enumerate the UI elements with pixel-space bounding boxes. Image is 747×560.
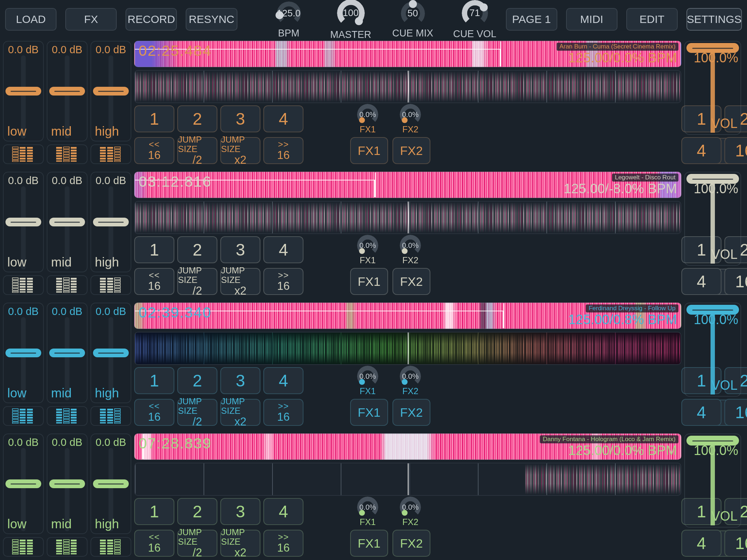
loop-16b-button[interactable]: 16 (724, 530, 747, 557)
fx2-knob[interactable]: 0.0% (400, 235, 421, 256)
fx-button[interactable]: FX (65, 8, 117, 31)
jump-size-double-button[interactable]: JUMP SIZE x2 (220, 530, 260, 557)
eq-high-fader[interactable]: 0.0 dB high (90, 172, 131, 272)
hotcue-4-button[interactable]: 4 (263, 105, 303, 132)
eq-mid-fader-handle[interactable] (49, 349, 85, 357)
eq-low-fader[interactable]: 0.0 dB low (3, 172, 44, 272)
fx1-button[interactable]: FX1 (350, 399, 388, 426)
overview-waveform[interactable]: 03:12.816 Legowelt - Disco Rout 22.2.2 1… (134, 172, 681, 198)
jump-forward-button[interactable]: >> 16 (263, 137, 303, 164)
loop-4-button[interactable]: 4 (681, 399, 721, 426)
volume-fader[interactable]: 100.0% VOL (684, 172, 741, 266)
master-knob[interactable]: 100 (337, 0, 365, 27)
jump-size-double-button[interactable]: JUMP SIZE x2 (220, 268, 260, 295)
eq-mid-pattern-pad[interactable] (47, 275, 88, 295)
eq-high-pattern-pad[interactable] (90, 406, 131, 426)
jump-back-button[interactable]: << 16 (134, 399, 174, 426)
hotcue-3-button[interactable]: 3 (220, 236, 260, 263)
detail-waveform[interactable] (134, 201, 681, 234)
overview-waveform[interactable]: 07:28.839 Danny Fontana - Hologram (Loco… (134, 433, 681, 460)
eq-high-fader[interactable]: 0.0 dB high (90, 303, 131, 403)
eq-high-pattern-pad[interactable] (90, 537, 131, 557)
volume-fader[interactable]: 100.0% VOL (684, 433, 741, 528)
hotcue-4-button[interactable]: 4 (263, 236, 303, 263)
jump-size-half-button[interactable]: JUMP SIZE /2 (177, 137, 217, 164)
fx2-button[interactable]: FX2 (392, 530, 430, 557)
eq-high-fader-handle[interactable] (93, 349, 129, 357)
hotcue-3-button[interactable]: 3 (220, 367, 260, 394)
eq-low-fader[interactable]: 0.0 dB low (3, 433, 44, 534)
fx2-button[interactable]: FX2 (392, 268, 430, 295)
fx1-button[interactable]: FX1 (350, 268, 388, 295)
overview-waveform[interactable]: 02:25.484 Aran Burn - Cuma (Secret Cinem… (134, 41, 681, 67)
eq-high-fader-handle[interactable] (93, 87, 129, 96)
volume-fader[interactable]: 100.0% VOL (684, 303, 741, 397)
hotcue-2-button[interactable]: 2 (177, 236, 217, 263)
fx2-button[interactable]: FX2 (392, 137, 430, 164)
eq-mid-fader[interactable]: 0.0 dB mid (47, 172, 88, 272)
jump-back-button[interactable]: << 16 (134, 530, 174, 557)
eq-mid-fader-handle[interactable] (49, 479, 85, 488)
hotcue-2-button[interactable]: 2 (177, 498, 217, 525)
jump-back-button[interactable]: << 16 (134, 268, 174, 295)
jump-forward-button[interactable]: >> 16 (263, 530, 303, 557)
eq-high-fader-handle[interactable] (93, 479, 129, 488)
eq-low-pattern-pad[interactable] (3, 144, 44, 164)
eq-low-fader-handle[interactable] (5, 87, 41, 96)
fx2-knob[interactable]: 0.0% (400, 366, 421, 387)
eq-low-fader[interactable]: 0.0 dB low (3, 41, 44, 141)
record-button[interactable]: RECORD (125, 8, 177, 31)
jump-back-button[interactable]: << 16 (134, 137, 174, 164)
settings-button[interactable]: SETTINGS (686, 8, 742, 31)
hotcue-1-button[interactable]: 1 (134, 498, 174, 525)
bpm-knob[interactable]: 125.0 (277, 1, 301, 26)
eq-low-pattern-pad[interactable] (3, 275, 44, 295)
eq-mid-fader[interactable]: 0.0 dB mid (47, 433, 88, 534)
fx1-button[interactable]: FX1 (350, 530, 388, 557)
jump-size-half-button[interactable]: JUMP SIZE /2 (177, 399, 217, 426)
detail-waveform[interactable] (134, 332, 681, 365)
eq-mid-pattern-pad[interactable] (47, 144, 88, 164)
cue-vol-knob[interactable]: 71 (462, 0, 488, 26)
eq-low-pattern-pad[interactable] (3, 406, 44, 426)
detail-waveform[interactable] (134, 463, 681, 496)
eq-high-fader-handle[interactable] (93, 218, 129, 226)
jump-size-double-button[interactable]: JUMP SIZE x2 (220, 399, 260, 426)
eq-mid-fader[interactable]: 0.0 dB mid (47, 303, 88, 403)
fx1-knob[interactable]: 0.0% (357, 235, 378, 256)
eq-high-pattern-pad[interactable] (90, 275, 131, 295)
load-button[interactable]: LOAD (5, 8, 57, 31)
cue-mix-knob[interactable]: 50 (401, 1, 425, 26)
hotcue-4-button[interactable]: 4 (263, 498, 303, 525)
hotcue-2-button[interactable]: 2 (177, 367, 217, 394)
hotcue-1-button[interactable]: 1 (134, 236, 174, 263)
jump-size-half-button[interactable]: JUMP SIZE /2 (177, 268, 217, 295)
fx1-knob[interactable]: 0.0% (357, 366, 378, 387)
hotcue-1-button[interactable]: 1 (134, 367, 174, 394)
eq-high-fader[interactable]: 0.0 dB high (90, 433, 131, 534)
eq-mid-pattern-pad[interactable] (47, 537, 88, 557)
fx2-button[interactable]: FX2 (392, 399, 430, 426)
page-button[interactable]: PAGE 1 (506, 8, 557, 31)
jump-forward-button[interactable]: >> 16 (263, 268, 303, 295)
loop-4-button[interactable]: 4 (681, 268, 721, 295)
edit-button[interactable]: EDIT (626, 8, 678, 31)
jump-forward-button[interactable]: >> 16 (263, 399, 303, 426)
eq-mid-pattern-pad[interactable] (47, 406, 88, 426)
loop-4-button[interactable]: 4 (681, 137, 721, 164)
eq-low-fader-handle[interactable] (5, 479, 41, 488)
fx1-knob[interactable]: 0.0% (357, 104, 378, 125)
hotcue-2-button[interactable]: 2 (177, 105, 217, 132)
eq-high-fader[interactable]: 0.0 dB high (90, 41, 131, 141)
fx2-knob[interactable]: 0.0% (400, 104, 421, 125)
hotcue-4-button[interactable]: 4 (263, 367, 303, 394)
detail-waveform[interactable] (134, 70, 681, 103)
eq-low-fader-handle[interactable] (5, 218, 41, 226)
eq-high-pattern-pad[interactable] (90, 144, 131, 164)
loop-16b-button[interactable]: 16 (724, 137, 747, 164)
loop-4-button[interactable]: 4 (681, 530, 721, 557)
loop-16b-button[interactable]: 16 (724, 268, 747, 295)
eq-mid-fader-handle[interactable] (49, 218, 85, 226)
hotcue-3-button[interactable]: 3 (220, 498, 260, 525)
eq-mid-fader-handle[interactable] (49, 87, 85, 96)
